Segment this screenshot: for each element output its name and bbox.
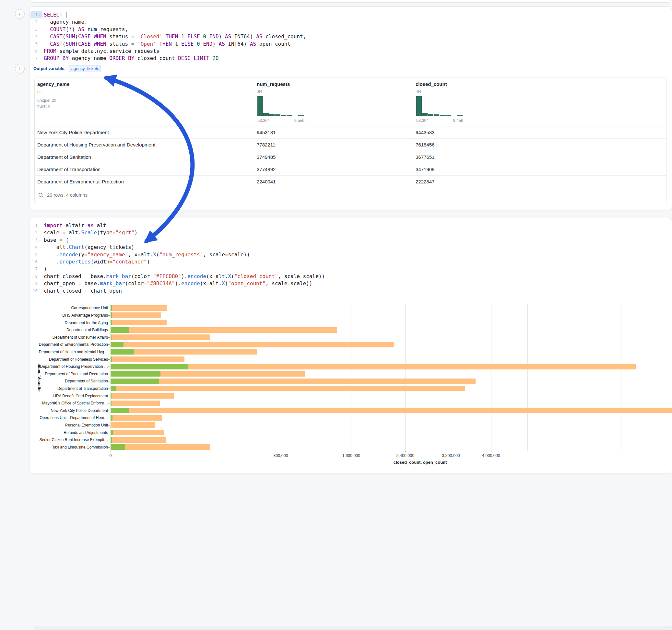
code-line[interactable]: 2 agency_name, bbox=[29, 19, 672, 26]
line-number-chip: 6 bbox=[30, 258, 43, 265]
code-token: X bbox=[153, 251, 156, 258]
code-token: DESC bbox=[178, 55, 191, 61]
line-number: 4 bbox=[31, 33, 38, 40]
code-token: Chart bbox=[69, 244, 84, 250]
code-line[interactable]: 10chart_closed + chart_open bbox=[29, 287, 672, 295]
code-text: .properties(width="container") bbox=[43, 258, 150, 265]
code-token: "sqrt" bbox=[116, 229, 135, 236]
code-token: THEN bbox=[159, 41, 172, 47]
gridline bbox=[281, 304, 281, 451]
bar-open_count bbox=[111, 312, 112, 318]
code-token: "num_requests" bbox=[159, 251, 203, 258]
y-axis-tick bbox=[108, 308, 110, 308]
table-cell: 9453131 bbox=[257, 126, 275, 138]
code-line[interactable]: 1import altair as alt bbox=[29, 222, 672, 229]
bar-open_count bbox=[111, 379, 159, 384]
category-label: DHS Advantage Programs bbox=[29, 313, 108, 318]
code-token: = bbox=[59, 237, 63, 243]
code-line[interactable]: 5 .encode(y="agency_name", x=alt.X("num_… bbox=[29, 251, 672, 258]
code-token: num_requests, bbox=[84, 26, 128, 32]
code-token: chart_closed bbox=[44, 288, 84, 294]
line-gutter: 4 bbox=[29, 33, 43, 40]
fold-chevron-icon[interactable]: ⌄ bbox=[38, 239, 42, 242]
line-number-chip: 3 bbox=[30, 26, 43, 33]
code-token: chart_closed bbox=[44, 273, 84, 280]
line-number-chip: 5 bbox=[30, 251, 43, 258]
category-label: Department of Health and Mental Hyg… bbox=[29, 350, 108, 354]
code-line[interactable]: 7GROUP BY agency_name ORDER BY closed_co… bbox=[29, 55, 672, 62]
line-number: 7 bbox=[31, 265, 38, 272]
code-line[interactable]: 2scale = alt.Scale(type="sqrt") bbox=[29, 229, 672, 236]
code-line[interactable]: 9chart_open = base.mark_bar(color="#8BC3… bbox=[29, 280, 672, 287]
code-line[interactable]: 5 CAST(SUM(CASE WHEN status = 'Open' THE… bbox=[29, 41, 672, 48]
code-token: LIMIT bbox=[194, 55, 209, 61]
histogram-bar bbox=[263, 113, 269, 116]
code-token: base bbox=[44, 237, 59, 243]
code-text: COUNT(*) AS num_requests, bbox=[43, 26, 128, 33]
histogram-bar bbox=[422, 113, 428, 116]
add-cell-button[interactable]: + bbox=[15, 64, 25, 74]
line-number: 10 bbox=[31, 287, 38, 295]
table-row[interactable]: Department of Sanitation37494853677651 bbox=[35, 151, 666, 163]
table-row[interactable]: Department of Environmental Protection22… bbox=[35, 175, 666, 188]
code-line[interactable]: 7) bbox=[29, 265, 672, 272]
code-line[interactable]: 4 alt.Chart(agency_tickets) bbox=[29, 244, 672, 251]
code-token: SUM bbox=[66, 41, 75, 47]
y-axis-tick bbox=[108, 366, 110, 367]
gridline bbox=[111, 304, 111, 451]
bar-closed_count bbox=[111, 364, 636, 369]
y-axis-tick bbox=[108, 330, 110, 330]
line-number: 7 bbox=[31, 55, 38, 62]
code-token: alt. bbox=[44, 244, 69, 250]
code-token: (x bbox=[200, 280, 206, 287]
table-row[interactable]: New York City Police Department945313194… bbox=[35, 126, 666, 138]
code-line[interactable]: 3⌄base = ( bbox=[29, 237, 672, 244]
code-token: FROM bbox=[44, 48, 56, 54]
add-cell-button[interactable]: + bbox=[15, 9, 25, 19]
histogram-bar bbox=[275, 114, 281, 116]
code-text: chart_closed + chart_open bbox=[43, 287, 122, 295]
line-number: 6 bbox=[31, 48, 38, 55]
table-cell: 3774892 bbox=[257, 163, 275, 175]
code-line[interactable]: 8chart_closed = base.mark_bar(color="#FF… bbox=[29, 273, 672, 280]
code-line[interactable]: 6FROM sample_data.nyc.service_requests bbox=[29, 48, 672, 55]
bar-open_count bbox=[111, 430, 113, 435]
histogram-bar bbox=[298, 115, 304, 116]
table-row-count: 20 rows, 4 columns bbox=[47, 193, 88, 198]
y-axis-tick bbox=[108, 352, 110, 352]
code-token bbox=[172, 41, 175, 47]
code-line[interactable]: 6 .properties(width="container") bbox=[29, 258, 672, 265]
code-token: = bbox=[138, 251, 141, 258]
table-row[interactable]: Department of Transportation377489234719… bbox=[35, 163, 666, 175]
code-token: SUM bbox=[66, 33, 75, 40]
code-token: * bbox=[69, 26, 72, 32]
code-text: base = ( bbox=[43, 237, 69, 244]
line-number-chip: 4 bbox=[30, 33, 43, 40]
x-axis-tick-label: 3,200,000 bbox=[442, 453, 460, 458]
code-line[interactable]: 4 CAST(SUM(CASE WHEN status = 'Closed' T… bbox=[29, 33, 672, 40]
code-token: altair bbox=[63, 222, 88, 228]
code-token: closed_count, bbox=[262, 33, 306, 40]
code-token: = bbox=[144, 280, 147, 287]
x-axis-tick bbox=[491, 451, 491, 453]
gridline bbox=[351, 304, 352, 451]
code-token bbox=[178, 33, 181, 40]
code-line[interactable]: 1⌄SELECT bbox=[29, 11, 672, 19]
code-token: = bbox=[206, 280, 210, 287]
code-token bbox=[134, 41, 138, 47]
code-token: mark_bar bbox=[106, 273, 131, 280]
table-row[interactable]: Department of Housing Preservation and D… bbox=[35, 138, 666, 151]
fold-chevron-icon[interactable]: ⌄ bbox=[38, 13, 42, 17]
search-icon[interactable] bbox=[38, 193, 44, 198]
code-line[interactable]: 3 COUNT(*) AS num_requests, bbox=[29, 26, 672, 33]
output-variable-chip[interactable]: agency_tickets bbox=[69, 65, 101, 72]
x-axis-tick-label: 1,600,000 bbox=[342, 453, 360, 458]
column-dtype: str bbox=[37, 89, 42, 94]
line-number: 8 bbox=[31, 273, 38, 280]
sql-code-editor[interactable]: 1⌄SELECT 2 agency_name,3 COUNT(*) AS num… bbox=[29, 7, 672, 62]
code-token: scale)) bbox=[303, 273, 325, 280]
python-code-editor[interactable]: 1import altair as alt2scale = alt.Scale(… bbox=[29, 218, 672, 295]
line-number-chip: 3⌄ bbox=[30, 237, 43, 244]
y-axis-tick bbox=[108, 344, 110, 345]
code-token: (color bbox=[125, 280, 144, 287]
